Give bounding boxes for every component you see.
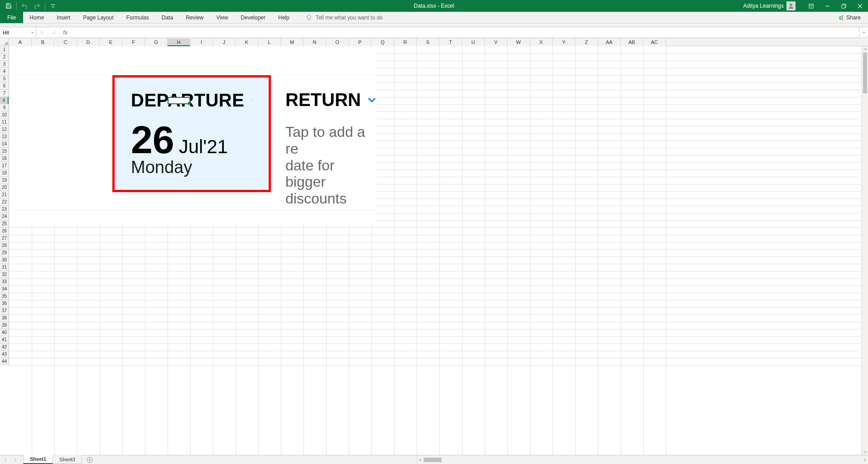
column-header-AB[interactable]: AB (621, 38, 643, 46)
row-header-2[interactable]: 2 (0, 53, 9, 61)
row-header-31[interactable]: 31 (0, 264, 9, 271)
column-header-Q[interactable]: Q (371, 38, 394, 46)
row-header-22[interactable]: 22 (0, 198, 9, 206)
sheet-tab-sheet3[interactable]: Sheet3 (53, 455, 82, 464)
row-header-16[interactable]: 16 (0, 155, 9, 162)
close-button[interactable] (852, 0, 868, 12)
row-header-25[interactable]: 25 (0, 220, 9, 227)
row-header-18[interactable]: 18 (0, 169, 9, 177)
row-header-10[interactable]: 10 (0, 111, 9, 119)
vertical-scroll-thumb[interactable] (863, 53, 867, 93)
row-header-26[interactable]: 26 (0, 227, 9, 235)
row-header-6[interactable]: 6 (0, 82, 9, 90)
row-header-30[interactable]: 30 (0, 256, 9, 264)
scroll-left-button[interactable] (417, 456, 424, 464)
enter-formula-button[interactable] (48, 27, 60, 38)
row-header-9[interactable]: 9 (0, 104, 9, 111)
column-header-T[interactable]: T (439, 38, 462, 46)
row-header-23[interactable]: 23 (0, 206, 9, 213)
row-header-35[interactable]: 35 (0, 293, 9, 300)
column-header-AA[interactable]: AA (598, 38, 621, 46)
row-header-44[interactable]: 44 (0, 358, 9, 365)
horizontal-scrollbar[interactable] (417, 455, 868, 464)
account-avatar[interactable] (786, 1, 796, 10)
minimize-button[interactable] (819, 0, 835, 12)
scroll-up-button[interactable] (862, 46, 868, 53)
vertical-scrollbar[interactable] (862, 46, 868, 455)
sheet-nav-next-button[interactable] (11, 456, 19, 464)
ribbon-collapsed-strip[interactable] (0, 24, 868, 27)
column-header-N[interactable]: N (304, 38, 326, 46)
worksheet-grid[interactable]: ABCDEFGHIJKLMNOPQRSTUVWXYZAAABAC 1234567… (0, 38, 868, 455)
ribbon-display-options-button[interactable] (803, 0, 819, 12)
row-header-11[interactable]: 11 (0, 119, 9, 126)
column-header-Y[interactable]: Y (553, 38, 575, 46)
column-header-M[interactable]: M (281, 38, 304, 46)
scroll-right-button[interactable] (862, 456, 868, 464)
row-header-37[interactable]: 37 (0, 307, 9, 314)
tab-review[interactable]: Review (179, 12, 210, 23)
redo-button[interactable] (31, 1, 43, 11)
row-header-42[interactable]: 42 (0, 343, 9, 351)
column-header-L[interactable]: L (258, 38, 281, 46)
column-header-AC[interactable]: AC (643, 38, 666, 46)
row-header-39[interactable]: 39 (0, 322, 9, 329)
tab-page-layout[interactable]: Page Layout (77, 12, 120, 23)
row-header-15[interactable]: 15 (0, 148, 9, 155)
tab-help[interactable]: Help (272, 12, 296, 23)
new-sheet-button[interactable] (84, 455, 95, 464)
column-header-A[interactable]: A (9, 38, 32, 46)
row-header-40[interactable]: 40 (0, 329, 9, 336)
column-header-O[interactable]: O (326, 38, 349, 46)
tab-developer[interactable]: Developer (234, 12, 272, 23)
row-header-21[interactable]: 21 (0, 191, 9, 198)
row-header-20[interactable]: 20 (0, 184, 9, 191)
select-all-button[interactable] (0, 38, 9, 46)
row-header-28[interactable]: 28 (0, 242, 9, 249)
tell-me-search[interactable]: Tell me what you want to do (306, 12, 383, 23)
row-header-5[interactable]: 5 (0, 75, 9, 82)
embedded-image[interactable]: DEPARTURE 26 Jul'21 Monday RETURN (9, 46, 376, 225)
column-header-V[interactable]: V (485, 38, 507, 46)
row-header-12[interactable]: 12 (0, 126, 9, 133)
row-header-4[interactable]: 4 (0, 68, 9, 75)
column-header-K[interactable]: K (236, 38, 258, 46)
account-name[interactable]: Aditya Learnings (743, 3, 784, 9)
column-header-J[interactable]: J (213, 38, 236, 46)
column-header-D[interactable]: D (77, 38, 100, 46)
row-header-38[interactable]: 38 (0, 314, 9, 322)
sheet-nav-prev-button[interactable] (2, 456, 10, 464)
undo-button[interactable] (19, 1, 30, 11)
column-header-B[interactable]: B (32, 38, 54, 46)
column-header-C[interactable]: C (54, 38, 77, 46)
horizontal-scroll-thumb[interactable] (424, 458, 442, 462)
column-header-Z[interactable]: Z (575, 38, 598, 46)
row-header-3[interactable]: 3 (0, 61, 9, 68)
tab-view[interactable]: View (210, 12, 235, 23)
scroll-down-button[interactable] (862, 449, 868, 455)
column-header-F[interactable]: F (122, 38, 145, 46)
column-header-R[interactable]: R (394, 38, 417, 46)
column-header-S[interactable]: S (417, 38, 439, 46)
tab-data[interactable]: Data (155, 12, 179, 23)
expand-formula-bar-button[interactable] (859, 27, 868, 38)
column-header-G[interactable]: G (145, 38, 168, 46)
qat-customize-button[interactable] (47, 1, 59, 11)
column-header-H[interactable]: H (168, 39, 190, 46)
formula-input[interactable] (71, 27, 859, 38)
row-header-13[interactable]: 13 (0, 133, 9, 140)
sheet-tab-sheet1[interactable]: Sheet1 (23, 455, 53, 464)
active-cell[interactable] (168, 97, 190, 104)
column-header-U[interactable]: U (462, 38, 485, 46)
save-button[interactable] (3, 1, 14, 11)
row-header-43[interactable]: 43 (0, 351, 9, 358)
row-header-34[interactable]: 34 (0, 285, 9, 293)
row-header-36[interactable]: 36 (0, 300, 9, 307)
name-box[interactable]: H8 (0, 27, 36, 38)
tab-file[interactable]: File (0, 12, 23, 23)
row-header-27[interactable]: 27 (0, 235, 9, 242)
column-header-W[interactable]: W (507, 38, 530, 46)
row-header-33[interactable]: 33 (0, 278, 9, 285)
name-box-dropdown-icon[interactable] (31, 31, 34, 34)
column-header-X[interactable]: X (530, 38, 553, 46)
